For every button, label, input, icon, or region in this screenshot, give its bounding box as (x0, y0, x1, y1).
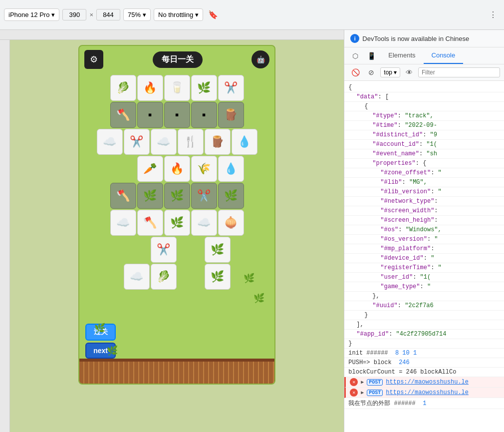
devtools-main-toolbar: ⬡ 📱 Elements Console (344, 47, 504, 64)
tile[interactable]: 🌿 (164, 183, 190, 209)
tile[interactable]: 💧 (232, 129, 257, 155)
tab-elements[interactable]: Elements (380, 47, 423, 64)
console-line: "#device_id": " (344, 254, 504, 263)
tile[interactable]: ☁️ (191, 210, 217, 236)
tile[interactable]: 🪵 (218, 102, 244, 128)
post-badge: POST (367, 379, 383, 386)
stop-logging-icon[interactable]: ⊘ (364, 65, 378, 79)
tile[interactable]: 🔥 (164, 156, 190, 182)
tile[interactable]: 🪵 (205, 129, 231, 155)
tile[interactable]: ✂️ (124, 129, 150, 155)
device-selector[interactable]: iPhone 12 Pro ▾ (4, 8, 59, 21)
tile-row-4: 🪓 🌿 🌿 ✂️ 🌿 (83, 183, 270, 209)
console-line: ], (344, 320, 504, 330)
tile[interactable]: 🥬 (110, 75, 136, 101)
console-line: "#os": "Windows", (344, 225, 504, 235)
console-line: "#account_id": "1( (344, 140, 504, 149)
console-line: { (344, 83, 504, 92)
game-header: ⚙ 每日一关 🤖 (79, 46, 274, 73)
tile[interactable]: 🍴 (178, 129, 204, 155)
tile[interactable]: ☁️ (110, 210, 136, 236)
tile[interactable]: ▪️ (137, 102, 163, 128)
devtools-tabs: Elements Console (380, 47, 500, 64)
settings-button[interactable]: ⚙ (84, 50, 103, 69)
tile-empty (124, 237, 150, 263)
console-line: "registerTime": " (344, 263, 504, 273)
tile-row-7: ☁️ 🥬 🌿 (83, 264, 270, 290)
tile[interactable]: 🔥 (137, 75, 163, 101)
height-input[interactable]: 844 (96, 9, 120, 20)
devtools-info-bar: i DevTools is now available in Chinese (344, 30, 504, 47)
devtools-info-message: DevTools is now available in Chinese (362, 35, 469, 42)
console-line: "#screen_width": (344, 206, 504, 216)
tile[interactable]: 🪓 (137, 210, 163, 236)
tile[interactable]: 🥛 (164, 75, 190, 101)
console-line: "#event_name": "sh (344, 149, 504, 159)
more-options-icon[interactable]: ⋮ (486, 8, 500, 22)
tile[interactable]: 🥬 (151, 264, 177, 290)
post-url[interactable]: https://maowosshushu.le (386, 379, 469, 386)
tile[interactable]: 🌿 (205, 237, 231, 263)
devtools-panel: i DevTools is now available in Chinese ⬡… (344, 30, 504, 432)
tile[interactable]: ▪️ (191, 102, 217, 128)
console-line: } (344, 311, 504, 320)
eye-icon[interactable]: 👁 (402, 65, 416, 79)
tile[interactable]: 🧅 (218, 210, 244, 236)
inspect-element-icon[interactable]: ⬡ (348, 49, 362, 63)
console-line-init: init ###### 8 10 1 (344, 349, 504, 358)
tile-row-0: 🥬 🔥 🥛 🌿 ✂️ (83, 75, 270, 101)
tile[interactable]: ☁️ (151, 129, 177, 155)
tile-empty (178, 237, 204, 263)
tile[interactable]: ☁️ (97, 129, 123, 155)
device-label: iPhone 12 Pro (8, 11, 49, 18)
info-icon: i (350, 34, 359, 43)
context-selector[interactable]: top ▾ (380, 67, 400, 77)
tile-row-2: ☁️ ✂️ ☁️ 🍴 🪵 💧 (83, 129, 270, 155)
bookmark-icon[interactable]: 🔖 (206, 8, 220, 22)
tile[interactable]: ☁️ (124, 264, 150, 290)
console-line: "#os_version": " (344, 235, 504, 244)
tile[interactable]: 🌿 (191, 75, 217, 101)
post-url[interactable]: https://maowosshushu.le (386, 389, 469, 396)
expand-arrow[interactable]: ▶ (361, 390, 364, 396)
tile-row-5: ☁️ 🪓 🌿 ☁️ 🧅 (83, 210, 270, 236)
tile[interactable]: 🪓 (110, 102, 136, 128)
console-filter-input[interactable] (418, 67, 500, 77)
device-toggle-icon[interactable]: 📱 (364, 49, 378, 63)
tile[interactable]: 💧 (218, 156, 244, 182)
tile[interactable]: ✂️ (191, 183, 217, 209)
throttle-selector[interactable]: No throttling ▾ (154, 8, 203, 21)
console-line-block-count: blockCurCount = 246 blockAllCo (344, 368, 504, 377)
console-line: } (344, 339, 504, 349)
console-line: }, (344, 292, 504, 301)
console-line-push: PUSH=> block 246 (344, 358, 504, 368)
tab-console[interactable]: Console (424, 47, 464, 64)
fence-decoration (79, 359, 274, 384)
tile[interactable]: 🌿 (205, 264, 231, 290)
tile[interactable]: ✂️ (218, 75, 244, 101)
tile[interactable]: 🥕 (137, 156, 163, 182)
width-input[interactable]: 390 (62, 9, 86, 20)
throttle-dropdown-icon: ▾ (195, 11, 199, 18)
tile[interactable]: 🪓 (110, 183, 136, 209)
zoom-dropdown-icon: ▾ (143, 11, 146, 18)
tile[interactable]: ▪️ (164, 102, 190, 128)
clear-console-icon[interactable]: 🚫 (348, 65, 362, 79)
console-line: "user_id": "1( (344, 273, 504, 282)
dimension-separator: × (89, 11, 93, 18)
expand-arrow[interactable]: ▶ (361, 379, 364, 385)
tile-row-1: 🪓 ▪️ ▪️ ▪️ 🪵 (83, 102, 270, 128)
tile[interactable]: 🌿 (137, 183, 163, 209)
grass-decor: 🌿 (107, 345, 118, 356)
tile[interactable]: ✂️ (151, 237, 177, 263)
zoom-selector[interactable]: 75% ▾ (123, 8, 151, 21)
zoom-label: 75% (128, 11, 141, 18)
tile[interactable]: 🌾 (191, 156, 217, 182)
tile-row-3: 🥕 🔥 🌾 💧 (83, 156, 270, 182)
tile[interactable]: 🌿 (164, 210, 190, 236)
tile[interactable]: 🌿 (218, 183, 244, 209)
context-dropdown-icon: ▾ (394, 69, 397, 76)
tile-empty (178, 264, 204, 290)
console-line: "properties": { (344, 159, 504, 168)
device-viewport: ⚙ 每日一关 🤖 🥬 🔥 🥛 🌿 ✂️ (0, 40, 344, 432)
